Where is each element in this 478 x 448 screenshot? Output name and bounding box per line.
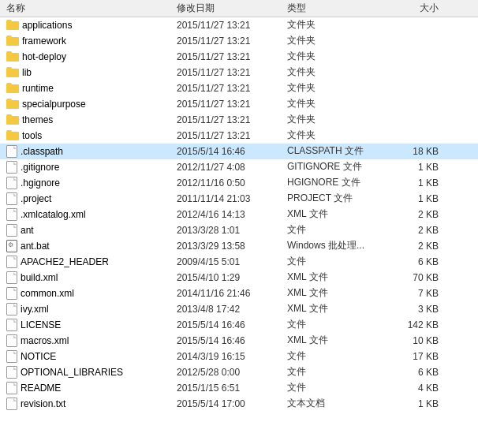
table-row[interactable]: .hgignore 2012/11/16 0:50 HGIGNORE 文件 1 … [0, 175, 478, 191]
table-row[interactable]: revision.txt 2015/5/14 17:00 文本文档 1 KB [0, 396, 478, 412]
file-type: XML 文件 [287, 334, 382, 347]
file-size: 70 KB [382, 272, 445, 283]
file-date: 2015/11/27 13:21 [177, 99, 287, 110]
table-row[interactable]: runtime 2015/11/27 13:21 文件夹 [0, 80, 478, 96]
file-size: 2 KB [382, 209, 445, 220]
file-name-label: build.xml [21, 272, 58, 283]
table-row[interactable]: common.xml 2014/11/16 21:46 XML 文件 7 KB [0, 286, 478, 301]
file-date: 2015/5/14 16:46 [177, 335, 287, 346]
folder-icon [6, 114, 19, 125]
file-name-label: LICENSE [21, 319, 61, 330]
file-date: 2015/11/27 13:21 [177, 114, 287, 125]
table-row[interactable]: .classpath 2015/5/14 16:46 CLASSPATH 文件 … [0, 144, 478, 159]
table-row[interactable]: ivy.xml 2013/4/8 17:42 XML 文件 3 KB [0, 301, 478, 317]
file-type: 文件 [287, 365, 382, 379]
file-name-label: NOTICE [21, 351, 56, 362]
table-row[interactable]: LICENSE 2015/5/14 16:46 文件 142 KB [0, 317, 478, 333]
table-row[interactable]: build.xml 2015/4/10 1:29 XML 文件 70 KB [0, 270, 478, 286]
file-name: NOTICE [3, 350, 177, 363]
table-row[interactable]: .project 2011/11/14 21:03 PROJECT 文件 1 K… [0, 191, 478, 207]
file-size: 1 KB [382, 177, 445, 189]
file-size: 2 KB [382, 241, 445, 252]
file-icon [6, 192, 17, 205]
col-header-size[interactable]: 大小 [382, 2, 445, 15]
file-name: hot-deploy [3, 51, 177, 62]
table-row[interactable]: framework 2015/11/27 13:21 文件夹 [0, 33, 478, 49]
table-row[interactable]: .xmlcatalog.xml 2012/4/16 14:13 XML 文件 2… [0, 207, 478, 222]
table-row[interactable]: OPTIONAL_LIBRARIES 2012/5/28 0:00 文件 6 K… [0, 364, 478, 380]
file-icon [6, 287, 17, 300]
file-name-label: applications [22, 20, 72, 31]
file-type: XML 文件 [287, 207, 382, 221]
table-row[interactable]: tools 2015/11/27 13:21 文件夹 [0, 128, 478, 144]
col-header-type[interactable]: 类型 [287, 2, 382, 15]
col-header-date[interactable]: 修改日期 [177, 2, 287, 15]
file-type: Windows 批处理... [287, 239, 382, 252]
file-name: .project [3, 192, 177, 205]
table-row[interactable]: .gitignore 2012/11/27 4:08 GITIGNORE 文件 … [0, 159, 478, 175]
file-name: themes [3, 114, 177, 125]
file-type: HGIGNORE 文件 [287, 176, 382, 189]
file-name: applications [3, 20, 177, 31]
file-date: 2015/11/27 13:21 [177, 130, 287, 141]
table-row[interactable]: applications 2015/11/27 13:21 文件夹 [0, 17, 478, 33]
file-name-label: OPTIONAL_LIBRARIES [21, 367, 123, 378]
file-type: 文件夹 [287, 113, 382, 126]
file-type: XML 文件 [287, 302, 382, 315]
file-size: 1 KB [382, 162, 445, 173]
file-date: 2015/11/27 13:21 [177, 83, 287, 94]
file-size: 3 KB [382, 304, 445, 315]
file-icon [6, 177, 17, 189]
table-row[interactable]: ant.bat 2013/3/29 13:58 Windows 批处理... 2… [0, 238, 478, 254]
file-size: 2 KB [382, 225, 445, 236]
file-name: ant.bat [3, 240, 177, 252]
file-icon [6, 319, 17, 331]
file-name: specialpurpose [3, 99, 177, 110]
table-row[interactable]: ant 2013/3/28 1:01 文件 2 KB [0, 222, 478, 238]
file-name-label: .xmlcatalog.xml [21, 209, 86, 220]
folder-icon [6, 130, 19, 140]
file-type: 文件 [287, 349, 382, 363]
folder-icon [6, 67, 19, 77]
table-row[interactable]: NOTICE 2014/3/19 16:15 文件 17 KB [0, 349, 478, 364]
file-icon [6, 382, 17, 394]
file-name: APACHE2_HEADER [3, 256, 177, 268]
table-row[interactable]: README 2015/1/15 6:51 文件 4 KB [0, 380, 478, 396]
file-date: 2015/11/27 13:21 [177, 35, 287, 47]
file-date: 2015/11/27 13:21 [177, 51, 287, 62]
table-row[interactable]: specialpurpose 2015/11/27 13:21 文件夹 [0, 96, 478, 112]
file-type: XML 文件 [287, 286, 382, 300]
file-type: GITIGNORE 文件 [287, 160, 382, 174]
file-icon [6, 350, 17, 363]
file-name-label: .classpath [21, 146, 63, 157]
file-type: 文件 [287, 318, 382, 331]
file-type: 文件夹 [287, 18, 382, 32]
file-icon [6, 271, 17, 284]
table-row[interactable]: lib 2015/11/27 13:21 文件夹 [0, 65, 478, 80]
file-icon [6, 161, 17, 174]
table-row[interactable]: themes 2015/11/27 13:21 文件夹 [0, 112, 478, 128]
file-size: 6 KB [382, 256, 445, 267]
file-type: 文件 [287, 381, 382, 394]
file-size: 142 KB [382, 319, 445, 330]
file-type: 文件 [287, 223, 382, 237]
table-row[interactable]: hot-deploy 2015/11/27 13:21 文件夹 [0, 49, 478, 65]
file-icon [6, 303, 17, 315]
file-icon [6, 256, 17, 268]
file-date: 2012/11/16 0:50 [177, 177, 287, 189]
file-scroll-area[interactable]: applications 2015/11/27 13:21 文件夹 framew… [0, 17, 478, 412]
col-header-name[interactable]: 名称 [3, 2, 177, 15]
file-icon [6, 224, 17, 237]
table-row[interactable]: APACHE2_HEADER 2009/4/15 5:01 文件 6 KB [0, 254, 478, 270]
file-date: 2013/3/28 1:01 [177, 225, 287, 236]
file-date: 2015/5/14 16:46 [177, 146, 287, 157]
column-header[interactable]: 名称 修改日期 类型 大小 [0, 0, 478, 17]
file-date: 2012/11/27 4:08 [177, 162, 287, 173]
file-name-label: ivy.xml [21, 304, 49, 315]
file-type: 文本文档 [287, 397, 382, 410]
file-name-label: ant.bat [21, 241, 50, 252]
file-size: 6 KB [382, 367, 445, 378]
file-date: 2014/11/16 21:46 [177, 288, 287, 299]
folder-icon [6, 83, 19, 93]
table-row[interactable]: macros.xml 2015/5/14 16:46 XML 文件 10 KB [0, 333, 478, 349]
